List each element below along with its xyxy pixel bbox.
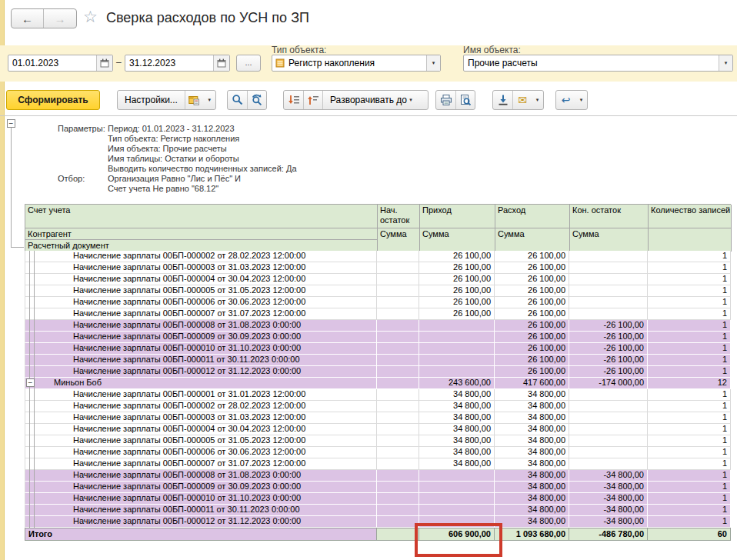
- table-row[interactable]: Начисление зарплаты 00БП-000012 от 31.12…: [25, 366, 731, 378]
- table-row[interactable]: Начисление зарплаты 00БП-000007 от 31.07…: [25, 458, 731, 470]
- date-to-field[interactable]: 31.12.2023: [125, 55, 230, 72]
- cell-expense: 34 800,00: [495, 424, 569, 435]
- print-preview-icon[interactable]: [455, 91, 475, 109]
- table-row[interactable]: Начисление зарплаты 00БП-000011 от 30.11…: [25, 355, 731, 366]
- cell-expense: 34 800,00: [495, 458, 569, 470]
- cell-records-count: 1: [648, 435, 731, 447]
- row-label: −Миньон Боб: [25, 378, 377, 389]
- table-row[interactable]: Начисление зарплаты 00БП-000010 от 31.10…: [25, 493, 731, 505]
- table-row[interactable]: Начисление зарплаты 00БП-000012 от 31.12…: [25, 516, 731, 528]
- row-label-text: Начисление зарплаты 00БП-000005 от 31.05…: [73, 435, 305, 445]
- mail-icon[interactable]: ✉: [512, 91, 532, 109]
- row-label: Начисление зарплаты 00БП-000011 от 30.11…: [25, 505, 377, 516]
- cell-income: 26 100,00: [419, 297, 495, 308]
- table-row[interactable]: Начисление зарплаты 00БП-000002 от 28.02…: [25, 251, 731, 262]
- calendar-icon[interactable]: [96, 55, 112, 71]
- table-row[interactable]: Начисление зарплаты 00БП-000010 от 31.10…: [25, 343, 731, 355]
- object-type-label: Тип объекта:: [272, 45, 326, 55]
- object-name-select[interactable]: Прочие расчеты ▾: [463, 55, 733, 72]
- print-button-group: [435, 90, 475, 110]
- cell-begin-balance: [377, 308, 419, 320]
- col-header-empty: [649, 228, 732, 252]
- back-button[interactable]: ←: [12, 9, 44, 28]
- table-row[interactable]: Начисление зарплаты 00БП-000005 от 31.05…: [25, 435, 731, 447]
- parameter-line: Тип объекта: Регистр накопления: [108, 134, 297, 144]
- date-to-value[interactable]: 31.12.2023: [125, 55, 213, 71]
- table-row[interactable]: Начисление зарплаты 00БП-000008 от 31.08…: [25, 470, 731, 482]
- object-type-select[interactable]: Регистр накопления ▾: [272, 55, 441, 72]
- table-row[interactable]: Начисление зарплаты 00БП-000009 от 30.09…: [25, 482, 731, 493]
- expand-button-group: Разворачивать до ▾: [283, 90, 429, 110]
- table-row[interactable]: Начисление зарплаты 00БП-000004 от 30.04…: [25, 424, 731, 435]
- cell-income: [419, 493, 495, 505]
- cell-income: [419, 482, 495, 493]
- expand-groups-icon[interactable]: [303, 91, 322, 109]
- row-label: Начисление зарплаты 00БП-000003 от 31.03…: [25, 412, 377, 424]
- filter-label: Отбор:: [58, 174, 85, 184]
- cell-records-count: 1: [648, 355, 731, 366]
- table-row[interactable]: Начисление зарплаты 00БП-000001 от 31.01…: [25, 389, 731, 401]
- outline-line: [11, 128, 12, 247]
- expand-to-button[interactable]: Разворачивать до ▾: [322, 91, 428, 109]
- print-icon[interactable]: [436, 91, 455, 109]
- date-from-field[interactable]: 01.01.2023: [8, 55, 113, 72]
- report-rows: Начисление зарплаты 00БП-000002 от 28.02…: [25, 251, 731, 528]
- favorite-star-icon[interactable]: ☆: [83, 8, 98, 26]
- table-row[interactable]: Начисление зарплаты 00БП-000003 от 31.03…: [25, 262, 731, 274]
- period-more-button[interactable]: ...: [236, 55, 261, 72]
- row-label-text: Начисление зарплаты 00БП-000010 от 31.10…: [73, 493, 301, 502]
- calendar-icon[interactable]: [213, 55, 229, 71]
- cell-records-count: 1: [648, 401, 731, 412]
- cell-end-balance: [569, 274, 648, 285]
- table-row[interactable]: Начисление зарплаты 00БП-000008 от 31.08…: [25, 320, 731, 332]
- row-label: Начисление зарплаты 00БП-000011 от 30.11…: [25, 355, 377, 366]
- row-label: Начисление зарплаты 00БП-000007 от 31.07…: [25, 308, 377, 320]
- settings-button[interactable]: Настройки...: [118, 91, 185, 109]
- cell-income: 26 100,00: [419, 308, 495, 320]
- collapse-group-icon[interactable]: −: [26, 378, 35, 387]
- table-row[interactable]: Начисление зарплаты 00БП-000006 от 30.06…: [25, 447, 731, 458]
- cell-income: [419, 343, 495, 355]
- parameters-label: Параметры:: [58, 124, 105, 134]
- save-download-icon[interactable]: [493, 91, 512, 109]
- search-next-icon[interactable]: [247, 91, 266, 109]
- cell-expense: 34 800,00: [495, 412, 569, 424]
- left-panel-edge: [0, 0, 5, 560]
- undo-dropdown-arrow[interactable]: ▾: [575, 91, 587, 109]
- table-row[interactable]: Начисление зарплаты 00БП-000009 от 30.09…: [25, 332, 731, 343]
- table-row[interactable]: Начисление зарплаты 00БП-000006 от 30.06…: [25, 297, 731, 308]
- settings-button-group: Настройки... ▾: [117, 90, 216, 110]
- chevron-down-icon[interactable]: ▾: [719, 55, 732, 71]
- report-variants-icon[interactable]: [185, 91, 204, 109]
- date-from-value[interactable]: 01.01.2023: [8, 55, 96, 71]
- table-row[interactable]: −Миньон Боб 243 600,00 417 600,00 -174 0…: [25, 378, 731, 389]
- collapse-report-icon[interactable]: −: [7, 119, 15, 128]
- cell-end-balance: [569, 251, 648, 262]
- cell-records-count: 1: [648, 262, 731, 274]
- filter-line: Организация Равно "Лис и Пёс" И: [108, 174, 241, 184]
- table-row[interactable]: Начисление зарплаты 00БП-000007 от 31.07…: [25, 308, 731, 320]
- table-row[interactable]: Начисление зарплаты 00БП-000004 от 30.04…: [25, 274, 731, 285]
- total-expense: 1 093 680,00: [495, 528, 569, 541]
- cell-income: 34 800,00: [419, 389, 495, 401]
- cell-end-balance: [569, 435, 648, 447]
- cell-begin-balance: [377, 262, 419, 274]
- table-row[interactable]: Начисление зарплаты 00БП-000005 от 31.05…: [25, 285, 731, 297]
- search-icon[interactable]: [228, 91, 247, 109]
- table-row[interactable]: Начисление зарплаты 00БП-000011 от 30.11…: [25, 505, 731, 516]
- table-row[interactable]: Начисление зарплаты 00БП-000003 от 31.03…: [25, 412, 731, 424]
- toolbar-separator: [0, 115, 737, 116]
- cell-begin-balance: [377, 355, 419, 366]
- parameter-line: Период: 01.01.2023 - 31.12.2023: [108, 124, 297, 134]
- undo-icon[interactable]: ↩: [556, 91, 575, 109]
- cell-income: 26 100,00: [419, 274, 495, 285]
- chevron-down-icon[interactable]: ▾: [426, 55, 440, 71]
- generate-report-button[interactable]: Сформировать: [6, 90, 100, 110]
- forward-button[interactable]: →: [44, 9, 76, 28]
- collapse-groups-icon[interactable]: [284, 91, 303, 109]
- table-row[interactable]: Начисление зарплаты 00БП-000002 от 28.02…: [25, 401, 731, 412]
- settings-dropdown-arrow[interactable]: ▾: [204, 91, 215, 109]
- send-dropdown-arrow[interactable]: ▾: [532, 91, 543, 109]
- cell-end-balance: [569, 297, 648, 308]
- cell-end-balance: [569, 458, 648, 470]
